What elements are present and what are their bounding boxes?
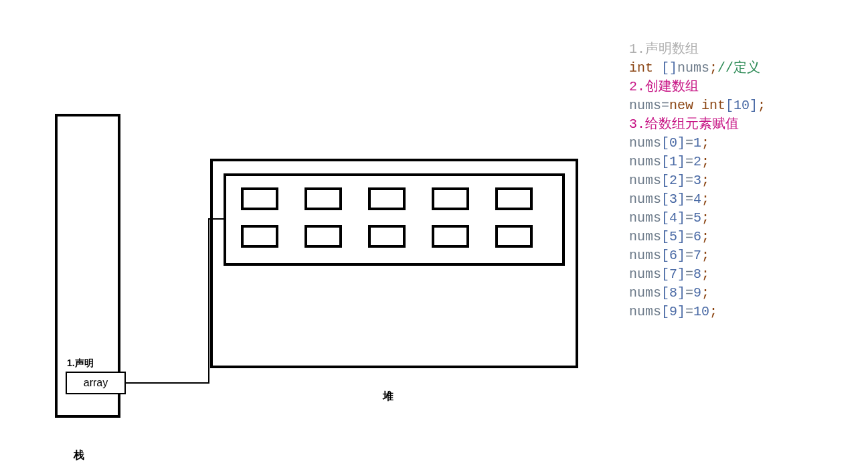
code-line: nums[6]=7; (629, 246, 766, 265)
heap-cell (495, 187, 533, 210)
code-number: 4 (693, 191, 701, 207)
heap-cell (305, 225, 342, 248)
code-bracket: ] (677, 285, 685, 301)
code-line: nums[3]=4; (629, 190, 766, 209)
code-ident: nums (629, 191, 661, 207)
code-bracket: ] (677, 191, 685, 207)
code-text: 1.声明数组 (629, 42, 699, 57)
code-ident: nums (629, 135, 661, 151)
code-bracket: [ (661, 173, 669, 188)
code-semi: ; (701, 229, 709, 244)
code-number: 1 (669, 154, 677, 169)
code-semi: ; (701, 285, 709, 301)
code-bracket: [ (661, 266, 669, 282)
code-bracket: [ (661, 304, 669, 319)
code-ident: nums (677, 60, 709, 76)
code-bracket: ] (677, 173, 685, 188)
code-line: int []nums;//定义 (629, 59, 766, 78)
connector-line (126, 382, 209, 384)
code-line: 1.声明数组 (629, 40, 766, 59)
code-eq: = (685, 285, 693, 301)
code-semi: ; (701, 173, 709, 188)
code-ident: nums (629, 248, 661, 263)
code-panel: 1.声明数组 int []nums;//定义 2.创建数组 nums=new i… (629, 40, 766, 321)
heap-cell (495, 225, 533, 248)
code-line: nums[4]=5; (629, 209, 766, 228)
code-text: 3.给数组元素赋值 (629, 116, 739, 132)
array-cell: array (66, 372, 126, 394)
code-bracket: ] (677, 304, 685, 319)
code-ident: nums (629, 154, 661, 169)
code-ident: nums (629, 229, 661, 244)
code-number: 10 (733, 98, 750, 113)
code-number: 3 (693, 173, 701, 188)
code-bracket: ] (677, 248, 685, 263)
code-line: 2.创建数组 (629, 78, 766, 96)
code-line: nums[0]=1; (629, 134, 766, 153)
heap-cell (241, 187, 278, 210)
code-number: 5 (669, 229, 677, 244)
code-bracket: [ (661, 229, 669, 244)
diagram-canvas: 1.声明 array 栈 堆 1.声明数组 int []nums;//定义 2.… (0, 0, 868, 476)
code-eq: = (685, 266, 693, 282)
code-semi: ; (701, 248, 709, 263)
code-bracket: [ (661, 154, 669, 169)
code-brackets: [] (661, 60, 677, 76)
code-number: 6 (669, 248, 677, 263)
code-keyword-new: new (669, 98, 701, 113)
code-ident: nums (629, 266, 661, 282)
code-bracket: [ (661, 135, 669, 151)
code-semi: ; (709, 304, 717, 319)
declare-label: 1.声明 (67, 358, 94, 370)
code-bracket: ] (677, 135, 685, 151)
code-semi: ; (701, 154, 709, 169)
code-bracket: ] (677, 229, 685, 244)
code-semi: ; (701, 191, 709, 207)
heap-cell (305, 187, 342, 210)
code-eq: = (685, 229, 693, 244)
code-eq: = (685, 304, 693, 319)
code-line: nums[7]=8; (629, 265, 766, 284)
code-bracket: ] (677, 266, 685, 282)
heap-cell (432, 187, 469, 210)
code-bracket: ] (750, 98, 758, 113)
code-number: 10 (693, 304, 709, 319)
code-bracket: [ (661, 248, 669, 263)
code-number: 5 (693, 210, 701, 226)
code-ident: nums (629, 173, 661, 188)
code-bracket: [ (661, 210, 669, 226)
code-number: 7 (693, 248, 701, 263)
code-bracket: [ (661, 285, 669, 301)
code-line: nums[5]=6; (629, 228, 766, 246)
code-semi: ; (758, 98, 766, 113)
code-eq: = (685, 173, 693, 188)
code-number: 6 (693, 229, 701, 244)
code-keyword-int: int (629, 60, 661, 76)
heap-cell (432, 225, 469, 248)
heap-cell (368, 187, 406, 210)
code-line: nums[2]=3; (629, 171, 766, 190)
code-semi: ; (701, 210, 709, 226)
code-text: 2.创建数组 (629, 79, 699, 94)
code-line: nums=new int[10]; (629, 96, 766, 115)
code-ident: nums (629, 285, 661, 301)
code-line: 3.给数组元素赋值 (629, 115, 766, 134)
code-bracket: ] (677, 210, 685, 226)
code-number: 8 (669, 285, 677, 301)
heap-cell (241, 225, 278, 248)
connector-line (208, 218, 209, 384)
stack-caption: 栈 (74, 449, 84, 463)
code-bracket: [ (661, 191, 669, 207)
code-ident: nums (629, 98, 661, 113)
code-keyword-int: int (701, 98, 725, 113)
code-number: 9 (693, 285, 701, 301)
code-semi: ; (701, 135, 709, 151)
code-line: nums[8]=9; (629, 284, 766, 303)
code-comment: //定义 (717, 60, 760, 76)
heap-caption: 堆 (383, 390, 394, 404)
connector-line (208, 218, 224, 220)
code-number: 2 (693, 154, 701, 169)
code-semi: ; (709, 60, 717, 76)
code-bracket: [ (725, 98, 733, 113)
code-eq: = (685, 154, 693, 169)
